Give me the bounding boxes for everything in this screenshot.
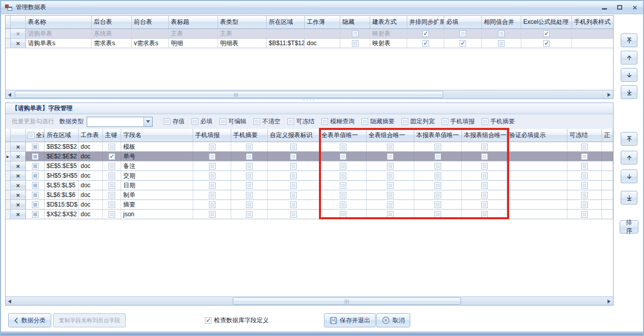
table-row[interactable]: ×$D$15:$D$15doc摘要 — [6, 200, 613, 210]
primary-key-checkbox[interactable] — [109, 211, 115, 218]
freezable-cell[interactable] — [567, 190, 602, 199]
report-unique-value-checkbox[interactable] — [435, 144, 441, 150]
hidden-checkbox[interactable] — [352, 30, 359, 37]
select-cell[interactable] — [26, 200, 45, 209]
freezable-checkbox[interactable] — [581, 192, 588, 198]
excel-formula-batch-checkbox[interactable] — [543, 40, 550, 47]
table-unique-combo-cell[interactable] — [367, 210, 414, 219]
column-header-hidden[interactable]: 隐藏 — [340, 16, 370, 28]
primary-key-checkbox[interactable] — [109, 144, 115, 150]
check-db-field-definition[interactable]: 检查数据库字段定义 — [205, 316, 269, 325]
primary-key-checkbox[interactable] — [109, 192, 115, 198]
report-unique-value-checkbox[interactable] — [435, 192, 441, 198]
check-db-checkbox[interactable] — [205, 317, 211, 324]
close-icon[interactable]: × — [631, 4, 639, 11]
column-header-mobile-summary[interactable]: 手机摘要 — [231, 129, 268, 142]
table-unique-combo-checkbox[interactable] — [387, 163, 393, 170]
mobile-report-cell[interactable] — [193, 200, 231, 209]
table-unique-value-checkbox[interactable] — [340, 173, 346, 179]
toolbar-option-checkbox[interactable] — [288, 118, 294, 125]
toolbar-option-可编辑[interactable]: 可编辑 — [220, 117, 246, 126]
column-header-delete[interactable] — [11, 129, 26, 142]
excel-formula-batch-cell[interactable] — [521, 39, 572, 48]
scroll-right-icon[interactable] — [605, 297, 613, 305]
mobile-report-cell[interactable] — [193, 181, 231, 190]
mobile-summary-cell[interactable] — [231, 200, 268, 209]
report-unique-combo-cell[interactable] — [462, 210, 507, 219]
primary-key-cell[interactable] — [103, 142, 121, 151]
table-unique-value-cell[interactable] — [319, 152, 367, 161]
toolbar-option-存值[interactable]: 存值 — [164, 117, 185, 126]
table-unique-value-checkbox[interactable] — [340, 182, 346, 189]
mobile-summary-cell[interactable] — [231, 142, 268, 151]
toolbar-option-checkbox[interactable] — [321, 118, 328, 125]
freezable-cell[interactable] — [567, 142, 602, 151]
table-row[interactable]: ×$H$5:$H$5doc交期 — [6, 171, 613, 181]
custom-report-flag-cell[interactable] — [268, 171, 319, 180]
delete-row-button[interactable]: × — [11, 142, 26, 151]
select-cell[interactable] — [26, 181, 45, 190]
custom-report-flag-cell[interactable] — [268, 161, 319, 171]
select-cell[interactable] — [26, 171, 45, 180]
table-row[interactable]: ▶×$E$2:$E$2doc单号 — [6, 152, 613, 161]
report-unique-combo-cell[interactable] — [462, 171, 507, 180]
cancel-button[interactable]: 取消 — [376, 313, 410, 327]
custom-report-flag-checkbox[interactable] — [290, 201, 297, 208]
column-header-table-type[interactable]: 表类型 — [218, 16, 267, 28]
datatype-combobox[interactable] — [87, 117, 153, 127]
mobile-report-cell[interactable] — [193, 171, 231, 180]
table-unique-value-cell[interactable] — [319, 171, 367, 180]
move-last-button[interactable] — [621, 85, 637, 99]
scroll-left-icon[interactable] — [6, 91, 14, 98]
table-unique-combo-cell[interactable] — [367, 190, 414, 199]
table-row[interactable]: ×$L$5:$L$5doc日期 — [6, 181, 613, 190]
mobile-summary-checkbox[interactable] — [246, 163, 253, 170]
column-header-workbook[interactable]: 工作薄 — [305, 16, 340, 28]
report-unique-combo-cell[interactable] — [462, 142, 507, 151]
delete-row-button[interactable]: × — [11, 181, 26, 190]
freezable-cell[interactable] — [567, 171, 602, 180]
freezable-checkbox[interactable] — [581, 153, 588, 160]
freezable-checkbox[interactable] — [581, 144, 588, 150]
toolbar-option-不清空[interactable]: 不清空 — [254, 117, 280, 126]
scrollbar-thumb[interactable] — [233, 297, 461, 305]
mobile-report-cell[interactable] — [193, 210, 231, 219]
mobile-summary-checkbox[interactable] — [246, 153, 253, 160]
mobile-summary-cell[interactable] — [231, 181, 268, 190]
select-checkbox[interactable] — [32, 173, 39, 179]
report-unique-value-cell[interactable] — [414, 161, 462, 171]
required-checkbox[interactable] — [459, 30, 466, 37]
delete-row-button[interactable]: × — [11, 39, 26, 48]
primary-key-cell[interactable] — [103, 171, 121, 180]
same-value-merge-checkbox[interactable] — [498, 40, 505, 47]
select-checkbox[interactable] — [32, 192, 39, 198]
table-unique-value-checkbox[interactable] — [340, 144, 346, 150]
column-header-excel-formula-batch[interactable]: Excel公式批处理 — [521, 16, 572, 28]
mobile-report-checkbox[interactable] — [209, 201, 216, 208]
table-unique-combo-checkbox[interactable] — [387, 192, 393, 198]
toolbar-option-checkbox[interactable] — [164, 118, 170, 125]
table-row[interactable]: ×请购单表系统表主表主表映射表 — [6, 29, 613, 39]
delete-row-button[interactable]: × — [11, 200, 26, 209]
table-unique-combo-checkbox[interactable] — [387, 201, 393, 208]
mobile-report-checkbox[interactable] — [209, 192, 216, 198]
mobile-summary-checkbox[interactable] — [246, 144, 253, 150]
table-unique-combo-cell[interactable] — [367, 171, 414, 180]
mobile-report-cell[interactable] — [193, 142, 231, 151]
custom-report-flag-checkbox[interactable] — [290, 144, 297, 150]
table-unique-value-checkbox[interactable] — [340, 153, 346, 160]
report-unique-combo-checkbox[interactable] — [481, 182, 488, 189]
save-and-exit-button[interactable]: 保存并退出 — [324, 313, 376, 327]
freezable-cell[interactable] — [567, 152, 602, 161]
custom-report-flag-checkbox[interactable] — [290, 163, 297, 170]
column-header-table-name[interactable]: 表名称 — [26, 16, 92, 28]
select-cell[interactable] — [26, 190, 45, 199]
mobile-summary-checkbox[interactable] — [246, 182, 253, 189]
toolbar-option-可冻结[interactable]: 可冻结 — [288, 117, 314, 126]
panel-splitter[interactable]: ···· — [5, 98, 614, 103]
table-row[interactable]: ×$X$2:$X$2docjson — [6, 210, 613, 219]
mobile-summary-checkbox[interactable] — [246, 201, 253, 208]
mobile-report-checkbox[interactable] — [209, 211, 216, 218]
select-checkbox[interactable] — [32, 182, 39, 189]
select-cell[interactable] — [26, 142, 45, 151]
